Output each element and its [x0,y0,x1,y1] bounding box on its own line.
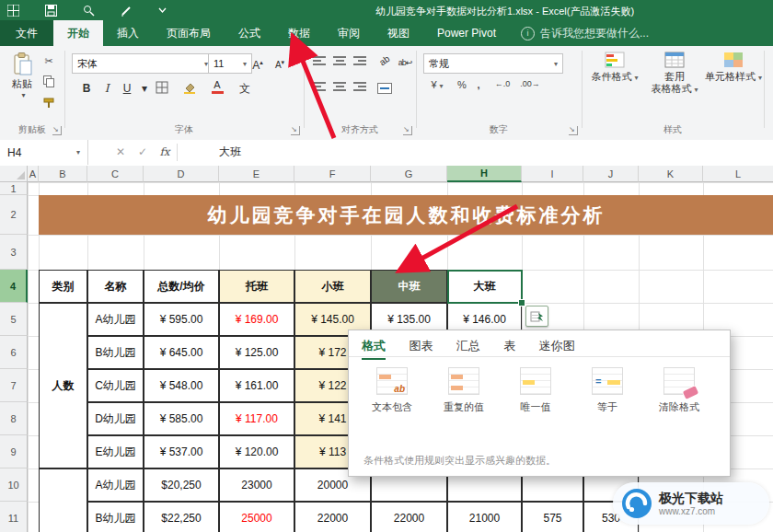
accounting-format-icon[interactable]: ¥▾ [425,79,449,90]
column-header-F[interactable]: F [294,166,371,182]
pen-icon[interactable] [121,5,133,17]
formula-bar-value[interactable]: 大班 [219,140,241,165]
conditional-formatting-button[interactable]: 条件格式▾ [587,52,642,84]
increase-decimal-icon[interactable]: ←.0 [490,79,515,88]
qa-tab-sparklines[interactable]: 迷你图 [539,338,575,358]
insert-function-icon[interactable]: fx [155,140,175,165]
wrap-text-icon[interactable]: ab↩ [396,53,414,72]
tab-power-pivot[interactable]: Power Pivot [423,20,510,46]
decrease-font-icon[interactable]: A▾ [271,53,289,72]
quick-analysis-button[interactable] [525,306,548,327]
row-header-3[interactable]: 3 [0,235,28,270]
qa-item-duplicate-values[interactable]: 重复的值 [428,367,500,414]
copy-icon[interactable] [43,75,54,89]
name-box[interactable]: H4 ▾ [0,140,88,165]
tab-data[interactable]: 数据 [274,20,324,46]
italic-button[interactable]: I [98,79,116,98]
format-painter-icon[interactable] [43,98,54,110]
tab-review[interactable]: 审阅 [324,20,374,46]
fill-color-icon[interactable] [180,81,199,99]
column-header-A[interactable]: A [28,166,39,182]
tab-view[interactable]: 视图 [374,20,423,46]
header-cell-类别[interactable]: 类别 [39,270,87,303]
header-cell-中班[interactable]: 中班 [371,270,447,303]
name-cell[interactable]: C幼儿园 [87,369,144,402]
qa-item-unique-values[interactable]: 唯一值 [500,367,571,414]
name-cell[interactable]: B幼儿园 [87,502,144,532]
font-name-select[interactable]: 宋体▾ [72,53,213,74]
column-header-J[interactable]: J [583,166,639,182]
select-all-corner[interactable] [0,166,28,182]
tab-file[interactable]: 文件 [0,20,53,46]
qa-item-equals[interactable]: 等于 [571,367,643,414]
value-cell[interactable]: 23000 [219,468,294,502]
header-cell-大班[interactable]: 大班 [447,270,522,303]
value-cell[interactable]: ¥ 169.00 [219,303,294,336]
column-header-K[interactable]: K [639,166,703,182]
name-cell[interactable]: A幼儿园 [87,468,144,502]
name-cell[interactable]: B幼儿园 [87,336,144,369]
column-header-H[interactable]: H [447,166,522,182]
value-cell[interactable]: ¥ 125.00 [219,336,294,369]
align-right-icon[interactable] [353,81,366,92]
align-center-icon[interactable] [333,81,346,92]
font-size-select[interactable]: 11▾ [208,53,252,74]
header-cell-总数/均价[interactable]: 总数/均价 [144,270,219,303]
orientation-icon[interactable]: ab [372,48,398,74]
value-cell[interactable]: ¥ 537.00 [144,435,219,468]
number-dialog-launcher[interactable]: ↘ [569,126,578,135]
save-icon[interactable] [45,5,57,17]
tab-page-layout[interactable]: 页面布局 [153,20,225,46]
name-cell[interactable]: D幼儿园 [87,402,144,435]
header-cell-名称[interactable]: 名称 [87,270,144,303]
value-cell[interactable]: $22,250 [144,502,219,532]
cut-icon[interactable]: ✂ [44,55,52,67]
column-header-C[interactable]: C [87,166,144,182]
paste-button[interactable]: 粘贴 ▾ [6,52,39,120]
cancel-icon[interactable]: ✕ [110,140,131,165]
row-header-2[interactable]: 2 [0,195,28,235]
value-cell[interactable]: ¥ 161.00 [219,369,294,402]
row-header-5[interactable]: 5 [0,303,28,336]
phonetic-guide-icon[interactable]: 文 [236,79,254,98]
fill-handle[interactable] [518,299,525,306]
bold-button[interactable]: B [77,79,96,98]
value-cell[interactable]: ¥ 595.00 [144,303,219,336]
qa-tab-tables[interactable]: 表 [503,338,515,358]
value-cell[interactable]: ¥ 120.00 [219,435,294,468]
qat-more-icon[interactable] [158,7,167,14]
value-cell[interactable]: ¥ 585.00 [144,402,219,435]
tab-formulas[interactable]: 公式 [225,20,274,46]
comma-style-icon[interactable]: , [473,79,484,90]
value-cell[interactable]: 575 [522,502,583,532]
decrease-decimal-icon[interactable]: .00→ [517,79,543,88]
column-header-G[interactable]: G [371,166,447,182]
qa-item-clear-format[interactable]: 清除格式 [643,367,715,414]
font-dialog-launcher[interactable]: ↘ [291,126,300,135]
value-cell[interactable]: 22000 [294,502,371,532]
qa-tab-charts[interactable]: 图表 [409,338,433,358]
value-cell[interactable]: 21000 [447,502,522,532]
category-cell[interactable]: 人数 [39,303,87,468]
category-cell[interactable] [39,468,87,532]
header-cell-托班[interactable]: 托班 [219,270,294,303]
font-color-icon[interactable]: A [208,79,226,98]
value-cell[interactable]: ¥ 645.00 [144,336,219,369]
percent-style-icon[interactable]: % [455,79,469,90]
column-header-E[interactable]: E [219,166,294,182]
row-header-9[interactable]: 9 [0,435,28,468]
borders-icon[interactable] [153,81,171,99]
row-header-7[interactable]: 7 [0,369,28,402]
underline-button[interactable]: U [118,79,136,98]
tell-me-box[interactable]: i 告诉我您想要做什么... [521,20,649,46]
increase-font-icon[interactable]: A▴ [248,53,267,72]
column-header-B[interactable]: B [39,166,87,182]
row-header-6[interactable]: 6 [0,336,28,369]
tab-home[interactable]: 开始 [53,20,103,46]
row-header-4[interactable]: 4 [0,270,28,303]
title-banner[interactable]: 幼儿园竞争对手在园人数和收费标准分析 [39,195,773,235]
value-cell[interactable]: ¥ 548.00 [144,369,219,402]
search-icon[interactable] [83,5,95,17]
qa-item-text-contains[interactable]: 文本包含 [356,367,428,414]
enter-icon[interactable]: ✓ [133,140,153,165]
